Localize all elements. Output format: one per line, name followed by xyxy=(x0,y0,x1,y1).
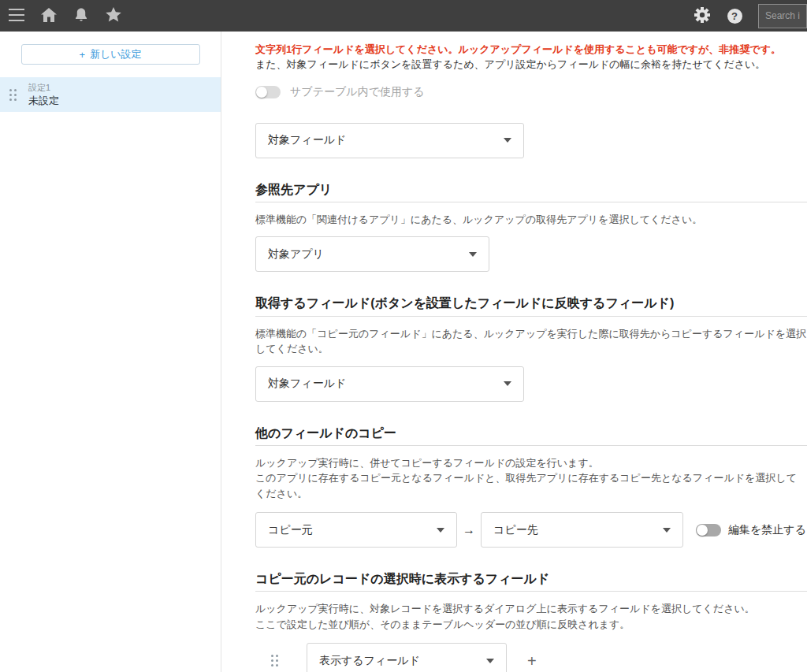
copy-description-line-1: ルックアップ実行時に、併せてコピーするフィールドの設定を行います。 xyxy=(255,455,807,471)
copy-from-select[interactable]: コピー元 xyxy=(255,512,457,548)
setting-status: 未設定 xyxy=(28,94,59,108)
subtable-toggle-label: サブテーブル内で使用する xyxy=(290,85,425,99)
help-button[interactable]: ? xyxy=(726,7,743,24)
target-field-select[interactable]: 対象フィールド xyxy=(255,123,524,158)
home-button[interactable] xyxy=(40,7,58,24)
hamburger-icon xyxy=(9,9,24,24)
setting-item-text: 設定1 未設定 xyxy=(28,82,59,107)
warning-line-2: また、対象フィールドにボタンを設置するため、アプリ設定からフィールドの幅に余裕を… xyxy=(255,58,807,72)
help-icon: ? xyxy=(727,9,742,24)
copy-to-select[interactable]: コピー先 xyxy=(481,512,683,548)
ref-app-select-value: 対象アプリ xyxy=(268,247,324,262)
topbar-left xyxy=(0,7,122,24)
subtable-toggle-row: サブテーブル内で使用する xyxy=(255,85,807,99)
edit-lock-toggle[interactable] xyxy=(696,524,721,536)
sidebar: + 新しい設定 設定1 未設定 xyxy=(0,32,221,672)
display-description-line-2: ここで設定した並び順が、そのままテーブルヘッダーの並び順に反映されます。 xyxy=(255,617,807,633)
ref-app-select[interactable]: 対象アプリ xyxy=(255,236,489,272)
warning-line-1: 文字列1行フィールドを選択してください。ルックアップフィールドを使用することも可… xyxy=(255,43,807,58)
display-field-heading: コピー元のレコードの選択時に表示するフィールド xyxy=(255,571,807,592)
menu-button[interactable] xyxy=(8,7,25,24)
setting-list-item[interactable]: 設定1 未設定 xyxy=(0,77,221,112)
settings-button[interactable] xyxy=(694,7,711,24)
setting-name: 設定1 xyxy=(28,82,59,94)
chevron-down-icon xyxy=(486,659,494,663)
display-field-description: ルックアップ実行時に、対象レコードを選択するダイアログ上に表示するフィールドを選… xyxy=(255,601,807,632)
settings-form: 文字列1行フィールドを選択してください。ルックアップフィールドを使用することも可… xyxy=(222,32,807,672)
copy-description-line-2: このアプリに存在するコピー元となるフィールドと、取得先アプリに存在するコピー先と… xyxy=(255,470,807,501)
new-setting-label: 新しい設定 xyxy=(90,47,142,61)
arrow-right-icon: → xyxy=(457,523,481,537)
edit-lock-toggle-label: 編集を禁止する xyxy=(728,523,806,537)
star-icon xyxy=(106,7,121,24)
chevron-down-icon xyxy=(437,528,444,533)
home-icon xyxy=(41,8,57,24)
chevron-down-icon xyxy=(504,138,511,143)
fetch-field-description: 標準機能の「コピー元のフィールド」にあたる、ルックアップを実行した際に取得先から… xyxy=(255,326,807,357)
notifications-button[interactable] xyxy=(73,7,90,24)
display-field-select[interactable]: 表示するフィールド xyxy=(307,643,507,672)
chevron-down-icon xyxy=(469,252,477,257)
ref-app-description: 標準機能の「関連付けるアプリ」にあたる、ルックアップの取得先アプリを選択してくだ… xyxy=(255,212,807,228)
display-field-select-value: 表示するフィールド xyxy=(319,654,420,668)
plus-icon: + xyxy=(79,49,85,61)
copy-field-row: コピー元 → コピー先 編集を禁止する xyxy=(255,512,807,548)
display-description-line-1: ルックアップ実行時に、対象レコードを選択するダイアログ上に表示するフィールドを選… xyxy=(255,601,807,617)
new-setting-button[interactable]: + 新しい設定 xyxy=(21,44,200,65)
topbar: ? xyxy=(0,0,807,32)
display-field-row: 表示するフィールド + xyxy=(255,643,807,672)
fetch-field-heading: 取得するフィールド(ボタンを設置したフィールドに反映するフィールド) xyxy=(255,295,807,316)
gear-icon xyxy=(694,7,710,25)
favorites-button[interactable] xyxy=(105,7,122,24)
topbar-right: ? xyxy=(694,4,807,28)
copy-from-select-value: コピー元 xyxy=(268,523,313,537)
copy-to-select-value: コピー先 xyxy=(493,523,538,537)
fetch-field-select[interactable]: 対象フィールド xyxy=(255,366,524,402)
target-field-select-value: 対象フィールド xyxy=(268,133,346,147)
copy-section-description: ルックアップ実行時に、併せてコピーするフィールドの設定を行います。 このアプリに… xyxy=(255,455,807,502)
fetch-field-select-value: 対象フィールド xyxy=(268,377,346,391)
copy-section-heading: 他のフィールドのコピー xyxy=(255,425,807,446)
drag-handle-icon[interactable] xyxy=(271,655,278,666)
subtable-toggle[interactable] xyxy=(255,86,281,98)
add-field-button[interactable]: + xyxy=(523,652,541,670)
drag-handle-icon[interactable] xyxy=(9,89,17,101)
chevron-down-icon xyxy=(504,381,511,386)
bell-icon xyxy=(74,7,88,24)
search-input[interactable] xyxy=(758,4,807,28)
chevron-down-icon xyxy=(663,528,671,533)
ref-app-heading: 参照先アプリ xyxy=(255,182,807,202)
